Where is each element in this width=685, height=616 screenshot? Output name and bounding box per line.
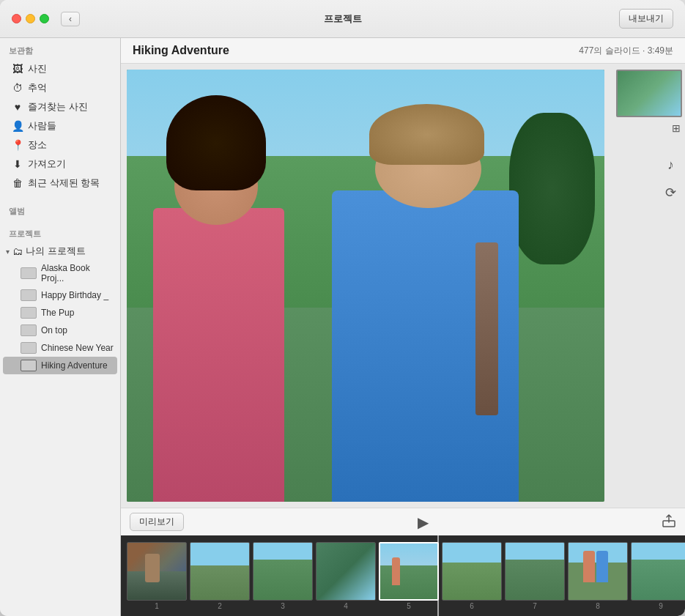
- project-item-birthday[interactable]: Happy Birthday _: [0, 286, 120, 304]
- project-header: Hiking Adventure 477의 슬라이드 · 3:49분: [121, 38, 685, 64]
- main-content: 보관함 🖼 사진 ⏱ 추억 ♥ 즐겨찾는 사진 👤 사람들 📍 장소: [0, 38, 685, 616]
- panel-icons: ♪ ⟳: [662, 152, 679, 207]
- alaska-thumb: [21, 267, 37, 279]
- places-icon: 📍: [12, 139, 23, 151]
- film-number-8: 8: [596, 602, 600, 610]
- projects-folder-icon: 🗂: [12, 245, 23, 257]
- play-button[interactable]: ▶: [418, 513, 429, 531]
- grass-5: [380, 565, 437, 599]
- film-number-2: 2: [218, 602, 222, 610]
- sidebar-item-people[interactable]: 👤 사람들: [3, 116, 117, 136]
- film-number-1: 1: [155, 602, 159, 610]
- project-item-chinese[interactable]: Chinese New Year: [0, 339, 120, 357]
- alaska-label: Alaska Book Proj...: [41, 263, 114, 283]
- albums-label: 앨범: [0, 198, 120, 220]
- sidebar-item-places-label: 장소: [28, 138, 47, 152]
- film-number-3: 3: [281, 602, 285, 610]
- people-icon: 👤: [12, 120, 23, 132]
- project-item-hiking[interactable]: Hiking Adventure: [3, 357, 117, 374]
- film-frame-7[interactable]: 7: [505, 542, 565, 610]
- close-button[interactable]: [12, 14, 21, 23]
- projects-label: 프로젝트: [0, 221, 120, 242]
- minimize-button[interactable]: [26, 14, 35, 23]
- film-frame-5[interactable]: 5: [379, 542, 439, 610]
- film-thumb-7[interactable]: [505, 542, 565, 601]
- export-button[interactable]: 내보내기: [619, 9, 673, 29]
- ontop-label: On top: [41, 325, 67, 335]
- app-window: ‹ 프로젝트 내보내기 보관함 🖼 사진 ⏱ 추억 ♥ 즐겨찾는 사진 👤: [0, 0, 685, 616]
- project-item-alaska[interactable]: Alaska Book Proj...: [0, 260, 120, 286]
- film-frame-3[interactable]: 3: [253, 542, 313, 610]
- sidebar-item-imports[interactable]: ⬇ 가져오기: [3, 155, 117, 174]
- film-thumb-8[interactable]: [568, 542, 628, 601]
- preview-button[interactable]: 미리보기: [130, 513, 184, 531]
- man-hair: [369, 104, 484, 165]
- bottom-controls: 미리보기 ▶: [121, 508, 685, 535]
- pup-thumb: [21, 307, 37, 319]
- preview-area: ⊞ ♪ ⟳: [121, 64, 685, 508]
- memories-icon: ⏱: [12, 82, 23, 94]
- man-figure: [318, 70, 604, 502]
- sidebar-item-favorites[interactable]: ♥ 즐겨찾는 사진: [3, 97, 117, 116]
- film-thumb-2[interactable]: [190, 542, 250, 601]
- photos-icon: 🖼: [12, 63, 23, 75]
- music-icon[interactable]: ♪: [667, 157, 674, 173]
- slide-thumbnail[interactable]: [616, 70, 682, 117]
- film-thumb-6[interactable]: [442, 542, 502, 601]
- share-button[interactable]: [662, 513, 676, 531]
- back-button[interactable]: ‹: [61, 12, 80, 26]
- my-projects-label: 나의 프로젝트: [26, 245, 86, 258]
- thumb-image: [618, 71, 681, 116]
- film-frame-2[interactable]: 2: [190, 542, 250, 610]
- film-frame-9[interactable]: 9: [631, 542, 685, 610]
- film-thumb-5[interactable]: [379, 542, 439, 601]
- film-number-5: 5: [407, 602, 411, 610]
- project-item-pup[interactable]: The Pup: [0, 304, 120, 322]
- film-number-6: 6: [470, 602, 474, 610]
- project-item-ontop[interactable]: On top: [0, 322, 120, 339]
- content-area: Hiking Adventure 477의 슬라이드 · 3:49분: [121, 38, 685, 616]
- hiking-thumb: [21, 360, 37, 371]
- sidebar-item-places[interactable]: 📍 장소: [3, 136, 117, 155]
- film-thumb-1[interactable]: [127, 542, 187, 601]
- sidebar-item-deleted-label: 최근 삭제된 항목: [28, 177, 100, 190]
- film-frame-4[interactable]: 4: [316, 542, 376, 610]
- ontop-thumb: [21, 324, 37, 336]
- thumb-9: [632, 543, 685, 600]
- film-number-4: 4: [344, 602, 348, 610]
- sidebar-item-imports-label: 가져오기: [28, 157, 66, 171]
- maximize-button[interactable]: [40, 14, 49, 23]
- figure-5: [392, 557, 401, 585]
- sidebar-item-memories[interactable]: ⏱ 추억: [3, 78, 117, 97]
- woman-hair: [166, 95, 266, 190]
- my-projects-group[interactable]: ▾ 🗂 나의 프로젝트: [0, 242, 120, 260]
- traffic-lights: [12, 14, 49, 23]
- film-thumb-9[interactable]: [631, 542, 685, 601]
- chinese-label: Chinese New Year: [41, 343, 114, 353]
- thumb-figure-1: [145, 554, 160, 582]
- layout-toggle-icon[interactable]: ⊞: [672, 122, 681, 134]
- birthday-label: Happy Birthday _: [41, 290, 108, 300]
- filmstrip: 1 2 3 4: [121, 535, 685, 616]
- film-frame-6[interactable]: 6: [442, 542, 502, 610]
- clock-icon[interactable]: ⟳: [665, 185, 676, 201]
- film-frame-1[interactable]: 1: [127, 542, 187, 610]
- favorites-icon: ♥: [12, 101, 23, 113]
- backpack: [475, 242, 498, 415]
- sidebar-item-photos[interactable]: 🖼 사진: [3, 59, 117, 78]
- person2-8: [596, 551, 608, 582]
- projects-section: 프로젝트 ▾ 🗂 나의 프로젝트 Alaska Book Proj... Hap…: [0, 221, 120, 374]
- library-label: 보관함: [0, 38, 120, 59]
- imports-icon: ⬇: [12, 158, 23, 170]
- chinese-thumb: [21, 342, 37, 354]
- film-frame-8[interactable]: 8: [568, 542, 628, 610]
- thumb-3: [253, 543, 312, 600]
- sidebar-item-memories-label: 추억: [28, 81, 47, 94]
- thumb-4: [316, 543, 375, 600]
- hiking-label: Hiking Adventure: [41, 360, 108, 371]
- pup-label: The Pup: [41, 308, 74, 318]
- film-thumb-3[interactable]: [253, 542, 313, 601]
- sidebar-item-deleted[interactable]: 🗑 최근 삭제된 항목: [3, 174, 117, 193]
- titlebar: ‹ 프로젝트 내보내기: [0, 0, 685, 38]
- film-thumb-4[interactable]: [316, 542, 376, 601]
